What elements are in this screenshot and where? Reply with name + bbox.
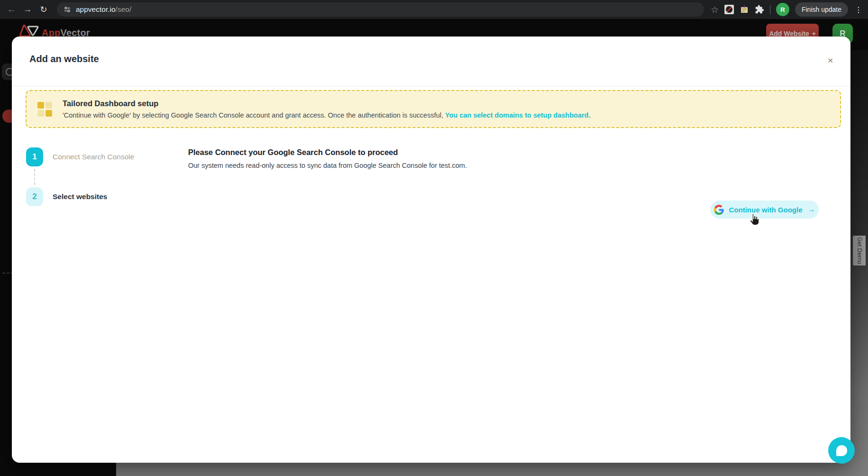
google-button-label: Continue with Google (729, 206, 803, 214)
finish-update-button[interactable]: Finish update (795, 2, 848, 17)
dashboard-grid-icon (37, 102, 52, 117)
forward-icon[interactable]: → (21, 0, 34, 19)
notice-body: 'Continue with Google' by selecting Goog… (63, 111, 590, 119)
url-host: appvector.io (76, 5, 116, 13)
step-1-label: Connect Search Console (53, 153, 134, 161)
modal-divider (12, 86, 850, 86)
chat-bubble-icon (836, 445, 847, 456)
browser-menu-icon[interactable]: ⋮ (854, 5, 863, 14)
notice-text-block: Tailored Dashboard setup 'Continue with … (63, 99, 590, 119)
back-icon[interactable]: ← (5, 0, 18, 19)
connect-description: Our system needs read-only access to syn… (188, 162, 467, 169)
notice-title: Tailored Dashboard setup (63, 99, 590, 108)
google-logo-icon (714, 205, 724, 215)
notice-body-text: 'Continue with Google' by selecting Goog… (63, 111, 445, 119)
url-text: appvector.io/seo/ (76, 5, 131, 14)
browser-toolbar: ← → ↻ appvector.io/seo/ ☆ R Finish updat… (0, 0, 868, 19)
site-settings-icon[interactable] (63, 6, 71, 13)
close-icon[interactable]: ✕ (827, 56, 833, 65)
adblocker-extension-icon[interactable] (724, 5, 734, 14)
bookmark-star-icon[interactable]: ☆ (711, 4, 719, 15)
browser-profile-avatar[interactable]: R (776, 3, 789, 16)
continue-with-google-button[interactable]: Continue with Google → (710, 201, 819, 219)
notice-banner: Tailored Dashboard setup 'Continue with … (26, 90, 841, 128)
get-demo-tab[interactable]: Get Demo (853, 236, 866, 265)
url-path: /seo/ (116, 5, 132, 13)
step-connector-line (34, 169, 35, 185)
chat-widget-button[interactable] (828, 437, 855, 464)
step-2-badge: 2 (26, 187, 43, 206)
add-website-modal: Add an website ✕ Tailored Dashboard setu… (12, 37, 850, 463)
notes-extension-icon[interactable] (740, 5, 749, 14)
modal-title: Add an website (29, 54, 99, 64)
connect-heading: Please Connect your Google Search Consol… (188, 148, 398, 157)
arrow-right-icon: → (807, 205, 815, 214)
refresh-icon[interactable]: ↻ (37, 0, 50, 19)
address-bar[interactable]: appvector.io/seo/ (57, 2, 704, 17)
step-1-badge: 1 (26, 147, 43, 166)
toolbar-separator (770, 5, 770, 14)
extensions-puzzle-icon[interactable] (755, 5, 764, 14)
notice-link[interactable]: You can select domains to setup dashboar… (445, 111, 591, 119)
step-2-label: Select websites (53, 192, 107, 201)
